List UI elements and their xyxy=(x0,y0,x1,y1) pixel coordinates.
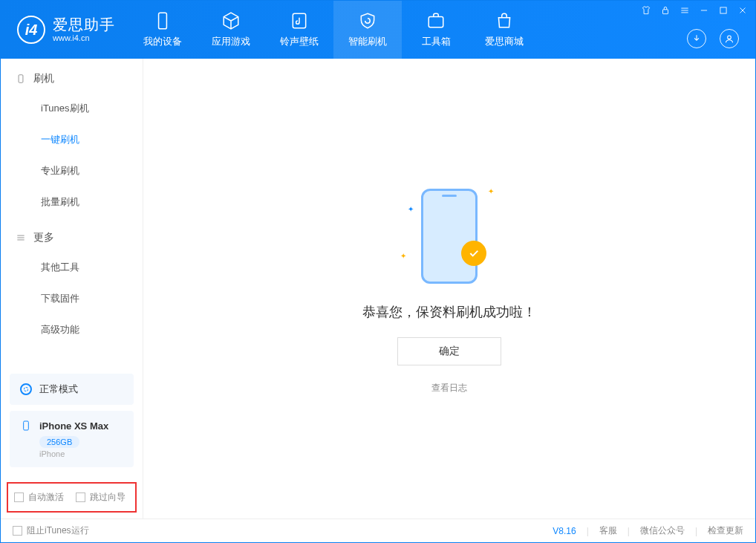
logo-text: 爱思助手 www.i4.cn xyxy=(53,16,115,43)
device-phone-icon xyxy=(20,420,32,432)
nav-store[interactable]: 爱思商城 xyxy=(470,1,538,59)
sparkle-icon: ✦ xyxy=(400,252,406,260)
ok-button[interactable]: 确定 xyxy=(397,337,501,365)
version-label: V8.16 xyxy=(553,526,576,536)
mode-label: 正常模式 xyxy=(39,383,78,396)
nav-label: 我的设备 xyxy=(143,35,182,48)
sidebar-item-pro-flash[interactable]: 专业刷机 xyxy=(1,155,143,186)
logo: i4 爱思助手 www.i4.cn xyxy=(1,16,128,44)
download-icon[interactable] xyxy=(687,29,706,48)
minimize-icon[interactable] xyxy=(699,5,709,16)
footer-right: V8.16 | 客服 | 微信公众号 | 检查更新 xyxy=(553,524,743,537)
check-badge-icon xyxy=(461,241,486,266)
sidebar-more-items: 其他工具 下载固件 高级功能 xyxy=(1,252,143,345)
sparkle-icon: ✦ xyxy=(488,187,494,195)
nav-label: 铃声壁纸 xyxy=(280,35,319,48)
highlighted-options: 自动激活 跳过向导 xyxy=(7,482,137,513)
nav-smart-flash[interactable]: 智能刷机 xyxy=(333,1,402,59)
separator: | xyxy=(587,526,589,536)
app-title: 爱思助手 xyxy=(53,16,115,33)
footer: 阻止iTunes运行 V8.16 | 客服 | 微信公众号 | 检查更新 xyxy=(1,518,755,542)
separator: | xyxy=(628,526,630,536)
checkbox-icon xyxy=(76,492,85,502)
close-icon[interactable] xyxy=(737,5,748,16)
device-capacity: 256GB xyxy=(39,436,79,448)
group-title: 刷机 xyxy=(33,72,54,85)
svg-rect-4 xyxy=(720,7,726,13)
success-illustration: ✦ ✦ ✦ xyxy=(405,183,494,287)
sidebar-flash-items: iTunes刷机 一键刷机 专业刷机 批量刷机 xyxy=(1,93,143,218)
sidebar-item-download-firmware[interactable]: 下载固件 xyxy=(1,283,143,314)
nav-label: 智能刷机 xyxy=(348,35,387,48)
svg-rect-0 xyxy=(159,13,167,29)
nav-my-device[interactable]: 我的设备 xyxy=(128,1,197,59)
phone-outline-icon xyxy=(16,74,26,84)
device-type: iPhone xyxy=(39,449,123,458)
sidebar-group-more: 更多 xyxy=(1,218,143,252)
top-nav: 我的设备 应用游戏 铃声壁纸 智能刷机 工具箱 爱思商城 xyxy=(128,1,538,59)
user-icon[interactable] xyxy=(720,29,739,48)
checkbox-icon xyxy=(13,526,22,536)
sidebar-item-oneclick-flash[interactable]: 一键刷机 xyxy=(1,124,143,155)
skip-guide-label: 跳过向导 xyxy=(90,491,126,504)
list-icon xyxy=(16,233,26,243)
lock-icon[interactable] xyxy=(660,5,671,16)
svg-point-5 xyxy=(728,36,731,39)
sidebar: 刷机 iTunes刷机 一键刷机 专业刷机 批量刷机 更多 其他工具 下载固件 … xyxy=(1,59,143,518)
skip-guide-checkbox[interactable]: 跳过向导 xyxy=(76,491,126,504)
svg-rect-2 xyxy=(428,17,443,27)
auto-activate-label: 自动激活 xyxy=(28,491,64,504)
briefcase-icon xyxy=(426,11,446,30)
nav-label: 爱思商城 xyxy=(485,35,524,48)
svg-rect-3 xyxy=(663,10,668,14)
device-row: iPhone XS Max xyxy=(20,420,123,432)
header-actions xyxy=(687,29,739,48)
block-itunes-checkbox[interactable]: 阻止iTunes运行 xyxy=(13,524,89,537)
block-itunes-label: 阻止iTunes运行 xyxy=(27,524,89,537)
device-name: iPhone XS Max xyxy=(39,420,108,432)
music-note-icon xyxy=(290,11,309,30)
app-window: i4 爱思助手 www.i4.cn 我的设备 应用游戏 铃声壁纸 智能刷机 xyxy=(0,0,756,543)
tshirt-icon[interactable] xyxy=(641,5,651,16)
auto-activate-checkbox[interactable]: 自动激活 xyxy=(14,491,64,504)
maximize-icon[interactable] xyxy=(718,5,729,16)
sidebar-item-itunes-flash[interactable]: iTunes刷机 xyxy=(1,93,143,124)
phone-illustration-icon xyxy=(421,189,478,284)
nav-toolbox[interactable]: 工具箱 xyxy=(402,1,470,59)
cube-icon xyxy=(221,11,241,30)
success-message: 恭喜您，保资料刷机成功啦！ xyxy=(362,303,536,321)
device-info[interactable]: iPhone XS Max 256GB iPhone xyxy=(10,411,134,467)
sidebar-item-batch-flash[interactable]: 批量刷机 xyxy=(1,186,143,218)
nav-apps-games[interactable]: 应用游戏 xyxy=(197,1,265,59)
svg-rect-6 xyxy=(19,75,23,83)
mode-status[interactable]: 正常模式 xyxy=(10,374,134,405)
phone-icon xyxy=(153,11,172,30)
sidebar-group-flash: 刷机 xyxy=(1,59,143,93)
sparkle-icon: ✦ xyxy=(408,205,414,213)
mode-dot-icon xyxy=(20,383,32,395)
footer-link-support[interactable]: 客服 xyxy=(599,524,617,537)
shopping-bag-icon xyxy=(495,11,514,30)
svg-rect-7 xyxy=(24,421,29,430)
refresh-shield-icon xyxy=(358,11,377,30)
sidebar-spacer xyxy=(1,345,143,368)
window-controls xyxy=(641,5,748,16)
sidebar-item-other-tools[interactable]: 其他工具 xyxy=(1,252,143,283)
footer-link-wechat[interactable]: 微信公众号 xyxy=(640,524,685,537)
sidebar-item-advanced[interactable]: 高级功能 xyxy=(1,314,143,345)
menu-icon[interactable] xyxy=(680,5,690,16)
header: i4 爱思助手 www.i4.cn 我的设备 应用游戏 铃声壁纸 智能刷机 xyxy=(1,1,755,59)
separator: | xyxy=(695,526,697,536)
app-subtitle: www.i4.cn xyxy=(53,33,115,43)
logo-icon: i4 xyxy=(17,16,45,44)
nav-label: 工具箱 xyxy=(422,35,451,48)
nav-ringtone-wallpaper[interactable]: 铃声壁纸 xyxy=(265,1,333,59)
footer-link-update[interactable]: 检查更新 xyxy=(708,524,743,537)
view-log-link[interactable]: 查看日志 xyxy=(431,382,467,394)
group-title: 更多 xyxy=(33,231,54,244)
nav-label: 应用游戏 xyxy=(212,35,250,48)
body: 刷机 iTunes刷机 一键刷机 专业刷机 批量刷机 更多 其他工具 下载固件 … xyxy=(1,59,755,518)
main-content: ✦ ✦ ✦ 恭喜您，保资料刷机成功啦！ 确定 查看日志 xyxy=(143,59,755,518)
checkbox-icon xyxy=(14,492,24,502)
